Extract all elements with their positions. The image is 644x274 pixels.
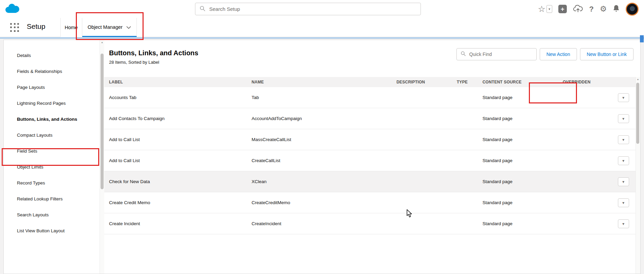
favorites-group: ☆ ▾ (538, 5, 552, 13)
sidebar-item-label: Compact Layouts (17, 133, 52, 138)
cloud-upload-icon[interactable] (573, 4, 583, 14)
help-icon[interactable]: ? (589, 5, 594, 14)
chevron-down-icon: ▾ (622, 116, 624, 121)
global-actions-plus-icon[interactable]: + (558, 5, 567, 13)
cell-label: Accounts Tab (104, 95, 247, 100)
scroll-up-icon[interactable]: ▲ (636, 78, 640, 80)
cell-name: XClean (247, 179, 392, 184)
row-actions-menu-button[interactable]: ▾ (618, 198, 629, 207)
tab-home-label: Home (65, 25, 78, 30)
gear-icon[interactable]: ⚙ (600, 5, 607, 13)
setup-search-input[interactable] (209, 6, 416, 12)
window-scrollbar-thumb[interactable] (640, 35, 644, 42)
new-button-or-link-button[interactable]: New Button or Link (580, 48, 634, 60)
sidebar-item-list-view-button-layout[interactable]: List View Button Layout (4, 223, 100, 239)
chevron-down-icon: ▾ (622, 137, 624, 142)
column-header-content-source: CONTENT SOURCE (478, 80, 558, 84)
cell-label: Add Contacts To Campaign (104, 116, 247, 121)
sidebar-item-object-limits[interactable]: Object Limits (4, 159, 100, 175)
notifications-bell-icon[interactable] (613, 4, 620, 14)
cell-content-source: Standard page (478, 221, 558, 226)
cell-name: Tab (247, 95, 392, 100)
app-launcher-icon[interactable] (10, 23, 20, 32)
table-row[interactable]: Add to Call List CreateCallList Standard… (104, 150, 636, 171)
column-header-description: DESCRIPTION (392, 80, 452, 84)
sidebar-item-related-lookup-filters[interactable]: Related Lookup Filters (4, 191, 100, 207)
cell-label: Check for New Data (104, 179, 247, 184)
column-header-type: TYPE (452, 80, 478, 84)
table-header-row: LABEL NAME DESCRIPTION TYPE CONTENT SOUR… (104, 77, 636, 87)
object-manager-card: Details Fields & Relationships Page Layo… (3, 40, 641, 274)
cell-name: CreateIncident (247, 221, 392, 226)
cell-content-source: Standard page (478, 200, 558, 205)
salesforce-logo (4, 2, 21, 16)
chevron-down-icon (126, 24, 131, 30)
chevron-down-icon: ▾ (622, 158, 624, 163)
cell-name: CreateCallList (247, 158, 392, 163)
row-actions-menu-button[interactable]: ▾ (618, 219, 629, 228)
table-row[interactable]: Add to Call List MassCreateCallList Stan… (104, 129, 636, 150)
sidebar-item-label: Field Sets (17, 149, 37, 154)
sidebar-item-lightning-record-pages[interactable]: Lightning Record Pages (4, 95, 100, 111)
setup-tabs: Home Object Manager (60, 18, 137, 37)
buttons-links-actions-panel: Buttons, Links, and Actions 28 Items, So… (104, 40, 636, 274)
quick-find-box[interactable] (456, 48, 537, 60)
table-row[interactable]: Add Contacts To Campaign AccountAddToCam… (104, 108, 636, 129)
sidebar-item-search-layouts[interactable]: Search Layouts (4, 207, 100, 223)
sidebar-item-label: Fields & Relationships (17, 69, 62, 74)
column-header-label: LABEL (104, 80, 247, 84)
sidebar-item-page-layouts[interactable]: Page Layouts (4, 79, 100, 95)
table-row[interactable]: Create Incident CreateIncident Standard … (104, 213, 636, 234)
row-actions-menu-button[interactable]: ▾ (618, 135, 629, 144)
sidebar-item-details[interactable]: Details (4, 47, 100, 63)
sidebar-item-label: Buttons, Links, and Actions (17, 117, 77, 122)
new-action-button[interactable]: New Action (540, 48, 577, 60)
cell-name: AccountAddToCampaign (247, 116, 392, 121)
search-icon (461, 51, 466, 57)
favorites-star-icon[interactable]: ☆ (538, 5, 545, 13)
setup-nav-bar: Setup Home Object Manager (0, 18, 644, 37)
row-actions-menu-button[interactable]: ▾ (618, 177, 629, 186)
header-utility-icons: ☆ ▾ + ? ⚙ (538, 0, 639, 18)
item-count-text: 28 Items, Sorted by Label (109, 60, 636, 65)
chevron-down-icon: ▾ (622, 95, 624, 100)
table-row[interactable]: Accounts Tab Tab Standard page ▾ (104, 87, 636, 108)
table-row-hovered[interactable]: Check for New Data XClean Standard page … (104, 171, 636, 192)
column-header-overridden: OVERRIDDEN (558, 80, 611, 84)
sidebar-item-label: Details (17, 53, 31, 58)
row-actions-menu-button[interactable]: ▾ (618, 114, 629, 123)
tab-object-manager[interactable]: Object Manager (82, 18, 137, 37)
chevron-down-icon: ▾ (622, 221, 624, 226)
cell-content-source: Standard page (478, 137, 558, 142)
sidebar-item-buttons-links-actions[interactable]: Buttons, Links, and Actions (4, 111, 100, 127)
brand-stripe (0, 37, 644, 39)
cell-label: Create Incident (104, 221, 247, 226)
panel-header: Buttons, Links, and Actions 28 Items, So… (104, 40, 636, 77)
table-scrollbar-thumb[interactable] (636, 83, 639, 144)
sidebar-item-field-sets[interactable]: Field Sets (4, 143, 100, 159)
row-actions-menu-button[interactable]: ▾ (618, 93, 629, 102)
cell-label: Create Credit Memo (104, 200, 247, 205)
sidebar-item-label: Search Layouts (17, 212, 49, 217)
chevron-down-icon: ▾ (622, 179, 624, 184)
column-header-name: NAME (247, 80, 392, 84)
user-avatar[interactable] (626, 3, 639, 16)
sidebar-item-label: Record Types (17, 180, 45, 185)
sidebar-item-label: Object Limits (17, 164, 43, 170)
setup-search-box[interactable] (195, 3, 421, 15)
sidebar-item-fields-relationships[interactable]: Fields & Relationships (4, 63, 100, 79)
favorites-dropdown-button[interactable]: ▾ (546, 5, 552, 13)
table-scrollbar[interactable]: ▲ (636, 40, 640, 274)
scroll-up-icon[interactable]: ▲ (100, 41, 104, 43)
row-actions-menu-button[interactable]: ▾ (618, 156, 629, 165)
sidebar-item-record-types[interactable]: Record Types (4, 175, 100, 191)
cell-name: CreateCreditMemo (247, 200, 392, 205)
quick-find-input[interactable] (469, 51, 532, 57)
sidebar-item-compact-layouts[interactable]: Compact Layouts (4, 127, 100, 143)
sidebar-scrollbar[interactable]: ▲ (100, 40, 104, 274)
cell-name: MassCreateCallList (247, 137, 392, 142)
sidebar-scrollbar-thumb[interactable] (101, 54, 104, 189)
tab-home[interactable]: Home (60, 18, 82, 37)
object-settings-sidebar: Details Fields & Relationships Page Layo… (4, 40, 100, 274)
table-row[interactable]: Create Credit Memo CreateCreditMemo Stan… (104, 192, 636, 213)
